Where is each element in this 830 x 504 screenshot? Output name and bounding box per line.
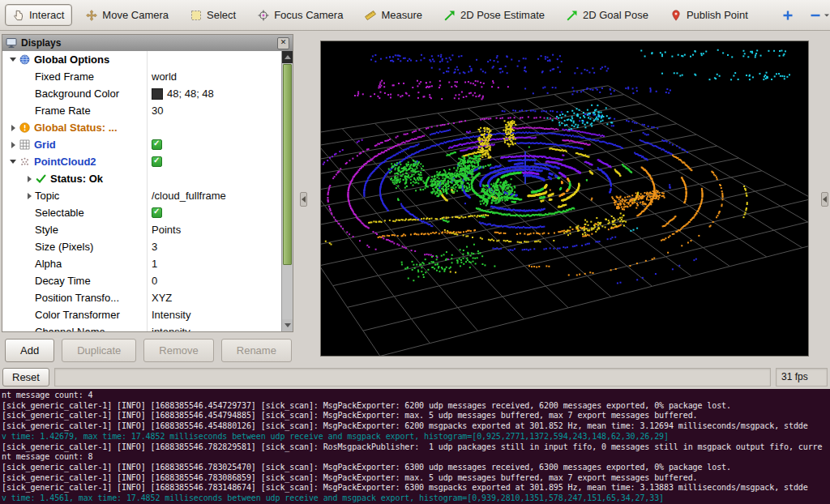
displays-panel-buttons: AddDuplicateRemoveRename xyxy=(5,339,292,362)
property-label: Decay Time xyxy=(35,275,91,287)
property-label: Background Color xyxy=(35,88,119,100)
triangle xyxy=(10,160,16,164)
property-rows: Global OptionsFixed FrameworldBackground… xyxy=(2,51,281,331)
value-text: XYZ xyxy=(152,292,172,304)
goal-arrow-icon xyxy=(567,10,578,21)
tree-row-position-transfo[interactable]: Position Transfo...XYZ xyxy=(2,289,281,306)
value-text: 3 xyxy=(152,241,157,253)
tool-select[interactable]: Select xyxy=(182,4,244,26)
tool-measure[interactable]: Measure xyxy=(357,4,430,26)
tree-row-frame-rate[interactable]: Frame Rate30 xyxy=(2,102,281,119)
tool-2d-pose-estimate[interactable]: 2D Pose Estimate xyxy=(436,4,553,26)
close-icon[interactable]: ✕ xyxy=(277,37,289,49)
value-grid[interactable] xyxy=(148,136,281,153)
tree-row-channel-name[interactable]: Channel Nameintensity xyxy=(2,323,281,331)
value-position-transfo[interactable]: XYZ xyxy=(148,289,281,306)
value-selectable[interactable] xyxy=(148,204,281,221)
value-fixed-frame[interactable]: world xyxy=(148,68,281,85)
add-button[interactable]: Add xyxy=(5,339,54,362)
tool-label: Focus Camera xyxy=(274,9,343,21)
collapse-right-dock-handle[interactable] xyxy=(821,192,828,207)
fps-counter: 31 fps xyxy=(776,368,828,387)
toolbar-extra xyxy=(779,6,830,24)
tool-focus-camera[interactable]: Focus Camera xyxy=(250,4,351,26)
expander-closed-icon[interactable] xyxy=(24,176,35,182)
terminal-line: [sick_generic_caller-1] [INFO] [16883855… xyxy=(2,421,830,432)
tool-move-camera[interactable]: Move Camera xyxy=(78,4,177,26)
expander-closed-icon[interactable] xyxy=(24,193,35,199)
value-style[interactable]: Points xyxy=(148,221,281,238)
value-topic[interactable]: /cloud_fullframe xyxy=(148,187,281,204)
value-background-color[interactable]: 48; 48; 48 xyxy=(148,85,281,102)
value-frame-rate[interactable]: 30 xyxy=(148,102,281,119)
tool-2d-goal-pose[interactable]: 2D Goal Pose xyxy=(558,4,657,26)
tree-row-decay-time[interactable]: Decay Time0 xyxy=(2,272,281,289)
tool-label: Select xyxy=(207,9,236,21)
value-channel-name[interactable]: intensity xyxy=(148,323,281,331)
tool-label: Interact xyxy=(29,9,64,21)
tool-publish-point[interactable]: Publish Point xyxy=(662,4,756,26)
expander-closed-icon[interactable] xyxy=(7,125,19,131)
tree-row-grid[interactable]: Grid xyxy=(2,136,281,153)
value-pointcloud2[interactable] xyxy=(148,153,281,170)
reset-button[interactable]: Reset xyxy=(2,368,49,387)
rename-button[interactable]: Rename xyxy=(221,339,292,362)
duplicate-button[interactable]: Duplicate xyxy=(62,339,136,362)
tree-scrollbar[interactable] xyxy=(281,51,293,331)
terminal[interactable]: nt message count: 4[sick_generic_caller-… xyxy=(0,389,830,504)
remove-tool-button[interactable] xyxy=(806,6,830,24)
tool-interact[interactable]: Interact xyxy=(5,4,72,26)
value-text: world xyxy=(152,70,177,83)
value-text: intensity xyxy=(152,326,190,331)
toolbar: InteractMove CameraSelectFocus CameraMea… xyxy=(0,0,830,31)
tree-row-style[interactable]: StylePoints xyxy=(2,221,281,238)
tree-row-fixed-frame[interactable]: Fixed Frameworld xyxy=(2,68,281,85)
expander-open-icon[interactable] xyxy=(7,160,19,164)
tree-row-global-options[interactable]: Global Options xyxy=(2,51,281,68)
value-alpha[interactable]: 1 xyxy=(148,255,281,272)
grid-tree-icon xyxy=(19,139,30,150)
tree-row-alpha[interactable]: Alpha1 xyxy=(2,255,281,272)
expander-open-icon[interactable] xyxy=(7,58,19,62)
terminal-line: nt message count: 4 xyxy=(2,391,830,401)
checkbox[interactable] xyxy=(152,156,162,167)
check-tree-icon xyxy=(36,173,46,184)
minus-icon xyxy=(810,10,821,21)
terminal-line: [sick_generic_caller-1] [INFO] [16883855… xyxy=(2,473,830,484)
tree-row-global-status[interactable]: Global Status: ... xyxy=(2,119,281,136)
property-label: Global Status: ... xyxy=(34,122,118,134)
property-label: Grid xyxy=(34,139,56,151)
tree-row-pointcloud2[interactable]: PointCloud2 xyxy=(2,153,281,170)
status-bar: Reset 31 fps xyxy=(0,365,830,388)
collapse-left-dock-handle[interactable] xyxy=(300,192,307,207)
checkbox[interactable] xyxy=(152,207,162,218)
pointcloud-icon xyxy=(19,156,30,167)
tree-row-color-transformer[interactable]: Color TransformerIntensity xyxy=(2,306,281,323)
displays-panel-titlebar[interactable]: Displays ✕ xyxy=(2,35,293,52)
terminal-line: v time: 1.42679, max time: 17.4852 milli… xyxy=(2,432,830,442)
checkbox[interactable] xyxy=(152,139,162,150)
add-tool-button[interactable] xyxy=(779,6,797,24)
hand-icon xyxy=(13,10,24,21)
property-label: Topic xyxy=(35,190,59,202)
tree-row-topic[interactable]: Topic/cloud_fullframe xyxy=(2,187,281,204)
scroll-down-icon[interactable] xyxy=(282,319,293,331)
terminal-line: nt message count: 8 xyxy=(2,452,830,463)
value-decay-time[interactable]: 0 xyxy=(148,272,281,289)
scroll-up-icon[interactable] xyxy=(282,51,293,63)
remove-button[interactable]: Remove xyxy=(143,339,213,362)
tree-row-size-pixels[interactable]: Size (Pixels)3 xyxy=(2,238,281,255)
property-label: Frame Rate xyxy=(35,105,91,117)
tree-row-status-ok[interactable]: Status: Ok xyxy=(2,170,281,187)
move-camera-icon xyxy=(86,10,97,21)
value-color-transformer[interactable]: Intensity xyxy=(148,306,281,323)
render-canvas[interactable] xyxy=(321,41,808,356)
property-tree: Global OptionsFixed FrameworldBackground… xyxy=(2,51,293,331)
tree-row-selectable[interactable]: Selectable xyxy=(2,204,281,221)
value-size-pixels[interactable]: 3 xyxy=(148,238,281,255)
expander-closed-icon[interactable] xyxy=(7,142,19,148)
scrollbar-thumb[interactable] xyxy=(283,64,292,265)
value-text: Points xyxy=(152,224,181,236)
render-view[interactable] xyxy=(320,41,809,357)
tree-row-background-color[interactable]: Background Color48; 48; 48 xyxy=(2,85,281,102)
